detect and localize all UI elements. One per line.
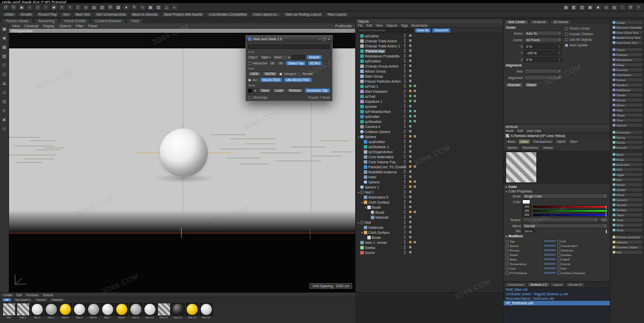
material-swatch[interactable]: Mat.10 xyxy=(143,303,156,319)
command-button[interactable]: Smooth xyxy=(611,145,643,150)
mode-dropdown[interactable]: Single Color▾ xyxy=(522,193,608,199)
render-visibility-dot[interactable] xyxy=(404,202,406,204)
object-tree-row[interactable]: Change Trails Action 1 xyxy=(356,43,503,48)
hide-button[interactable]: HIDE xyxy=(248,72,261,76)
mix-slider[interactable] xyxy=(536,230,608,232)
visibility-dots[interactable] xyxy=(404,235,406,239)
render-visibility-dot[interactable] xyxy=(404,76,406,78)
mograph-icon[interactable]: ▣ xyxy=(147,4,154,11)
object-tree-row[interactable]: Change Group Action xyxy=(356,63,503,69)
render-visibility-dot[interactable] xyxy=(404,142,406,143)
material-swatch[interactable]: Mat.12 xyxy=(171,303,185,319)
orange-tag-icon[interactable] xyxy=(409,89,412,93)
render-visibility-dot[interactable] xyxy=(404,192,406,193)
visibility-dots[interactable] xyxy=(404,165,406,168)
command-button[interactable]: Spring xyxy=(611,135,643,140)
attribute-menu[interactable]: Edit xyxy=(517,129,523,133)
command-button[interactable]: Wrap xyxy=(611,228,643,232)
object-tree-row[interactable]: xpTrail xyxy=(356,94,503,99)
command-button[interactable]: Twist xyxy=(611,218,643,222)
modifier-item[interactable]: Speed xyxy=(506,244,556,247)
material-swatch[interactable]: Mat.14 xyxy=(199,303,213,319)
editor-visibility-dot[interactable] xyxy=(404,140,406,141)
object-tree-row[interactable]: Materialize 5 xyxy=(356,195,503,200)
command-button[interactable]: Points xyxy=(611,140,643,145)
command-button[interactable]: Shatter xyxy=(611,187,643,192)
modifier-item[interactable]: Surface xyxy=(557,253,608,256)
gray-tag-icon[interactable] xyxy=(413,84,417,88)
toolbar-script-button[interactable]: Coordinates Compatible xyxy=(206,12,249,17)
editor-visibility-dot[interactable] xyxy=(404,170,406,171)
visibility-dots[interactable] xyxy=(404,74,406,78)
mix-value[interactable]: 100 % xyxy=(522,229,534,233)
render-visibility-dot[interactable] xyxy=(404,232,406,234)
command-button[interactable]: FFD xyxy=(611,167,643,172)
auto-update-checkbox[interactable] xyxy=(565,44,568,47)
gray-tag-icon[interactable] xyxy=(413,99,417,103)
visibility-dots[interactable] xyxy=(404,69,406,73)
toolbar-script-button[interactable]: Glider xyxy=(2,12,17,17)
visibility-dots[interactable] xyxy=(404,220,406,224)
orange-tag-icon[interactable] xyxy=(409,210,412,214)
modifier-item[interactable]: Depth xyxy=(506,253,556,256)
gray-tag-icon[interactable] xyxy=(413,180,417,183)
material-thumbnail[interactable] xyxy=(73,303,86,316)
editor-visibility-dot[interactable] xyxy=(404,200,406,202)
editor-visibility-dot[interactable] xyxy=(404,54,406,55)
command-button[interactable]: Cloner xyxy=(611,47,643,52)
attribute-menu[interactable]: User Data xyxy=(526,129,541,133)
editor-visibility-dot[interactable] xyxy=(404,109,406,111)
material-thumbnail[interactable] xyxy=(157,303,171,316)
object-tree-row[interactable]: Boole xyxy=(356,235,503,240)
command-button[interactable]: ReEffector xyxy=(611,88,643,92)
modifier-item[interactable]: Fuel xyxy=(506,267,556,270)
render-visibility-dot[interactable] xyxy=(404,36,406,37)
object-tree-row[interactable]: Core Volume Fog xyxy=(356,159,503,164)
render-visibility-dot[interactable] xyxy=(404,177,406,178)
editor-visibility-dot[interactable] xyxy=(404,195,406,197)
material-swatch[interactable]: Mat.6 xyxy=(87,303,100,319)
object-tree-row[interactable]: ParticleCore_PC Emitter xyxy=(356,164,503,169)
render-picture-viewer-icon[interactable]: ▥ xyxy=(99,4,106,11)
minimize-button[interactable]: – xyxy=(318,37,320,41)
visibility-dots[interactable] xyxy=(404,104,406,108)
editor-visibility-dot[interactable] xyxy=(404,79,406,81)
gray-tag-icon[interactable] xyxy=(409,195,412,199)
material-swatch[interactable]: Mat xyxy=(2,303,16,319)
center-dropdown[interactable]: All Points▾ xyxy=(524,37,562,42)
editor-visibility-dot[interactable] xyxy=(404,44,406,45)
object-manager-menu[interactable]: View xyxy=(376,24,383,27)
slider-knob[interactable] xyxy=(605,205,607,209)
visibility-dots[interactable] xyxy=(404,170,406,173)
visibility-dots[interactable] xyxy=(404,225,406,229)
visibility-dots[interactable] xyxy=(404,190,406,193)
w-checkbox[interactable] xyxy=(283,56,286,59)
material-manager-tab[interactable]: No Level 1 xyxy=(13,298,33,302)
visibility-dots[interactable] xyxy=(404,114,406,118)
command-button[interactable]: Sound xyxy=(611,98,643,102)
object-tree-row[interactable]: Freeze Particles Action xyxy=(356,79,503,84)
editor-visibility-dot[interactable] xyxy=(404,175,406,176)
command-button[interactable]: Target xyxy=(611,113,643,117)
toolbar-script-button[interactable]: Mesh to Swords xyxy=(130,12,160,17)
command-button[interactable]: Particle (recently) xyxy=(611,235,643,239)
orange-tag-icon[interactable] xyxy=(409,185,412,188)
render-visibility-dot[interactable] xyxy=(404,41,406,42)
field-icon[interactable]: ◐ xyxy=(171,4,178,11)
modifier-dropdown[interactable] xyxy=(543,267,556,270)
render-visibility-dot[interactable] xyxy=(404,86,406,88)
visibility-dots[interactable] xyxy=(404,175,406,178)
visibility-dots[interactable] xyxy=(404,84,406,88)
command-button[interactable]: Taper xyxy=(611,213,643,217)
orange-tag-icon[interactable] xyxy=(409,165,412,168)
object-tree-row[interactable]: Displacer 1 xyxy=(356,99,503,104)
material-thumbnail[interactable] xyxy=(3,303,16,316)
material-swatch[interactable]: Mat.5 xyxy=(72,303,86,319)
object-tree-row[interactable]: hello 1_immer xyxy=(356,240,503,245)
color-swatch[interactable] xyxy=(522,200,530,204)
visibility-dots[interactable] xyxy=(404,99,406,103)
edges-mode-icon[interactable]: ◇ xyxy=(1,71,8,78)
render-visibility-dot[interactable] xyxy=(404,81,406,83)
gray-tag-icon[interactable] xyxy=(409,34,412,37)
command-button[interactable]: Bulge xyxy=(611,157,643,162)
